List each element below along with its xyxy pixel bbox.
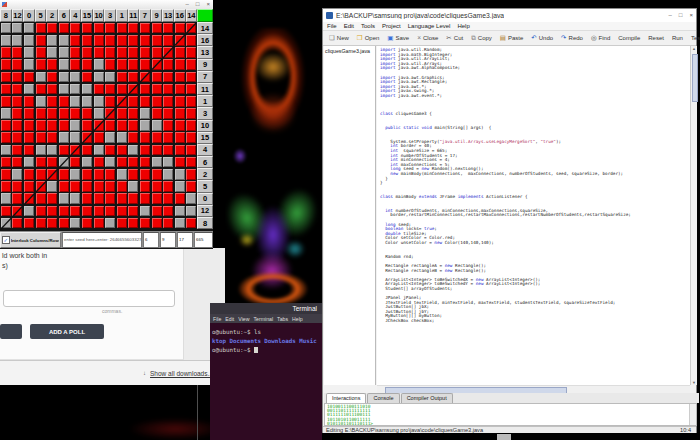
grid-cell-r2-c8[interactable] [94,47,104,58]
grid-cell-r3-c13[interactable] [152,59,162,70]
grid-cell-r8-c6[interactable] [70,120,80,131]
grid-cell-r10-c0[interactable] [1,145,11,156]
grid-cell-r15-c14[interactable] [163,206,173,217]
grid-cell-r1-c2[interactable] [24,35,34,46]
grid-cell-r14-c12[interactable] [140,193,150,204]
grid-cell-r15-c11[interactable] [128,206,138,217]
grid-cell-r11-c1[interactable] [12,157,22,168]
ide-menu-edit[interactable]: Edit [344,23,354,29]
grid-cell-r0-c0[interactable] [1,23,11,34]
grid-cell-r4-c4[interactable] [47,72,57,83]
grid-cell-r8-c10[interactable] [117,120,127,131]
grid-cell-r16-c14[interactable] [163,218,173,229]
grid-cell-r15-c8[interactable] [94,206,104,217]
grid-cell-r1-c8[interactable] [94,35,104,46]
column-header-0[interactable]: 0 [23,9,35,22]
toolbar-button-copy[interactable]: ⧉Copy [467,35,496,42]
grid-cell-r16-c5[interactable] [59,218,69,229]
row-header-3[interactable]: 3 [197,107,213,119]
grid-cell-r7-c0[interactable] [1,108,11,119]
grid-cell-r10-c2[interactable] [24,145,34,156]
grid-cell-r0-c6[interactable] [70,23,80,34]
ide-menu-help[interactable]: Help [457,23,469,29]
grid-cell-r4-c2[interactable] [24,72,34,83]
grid-cell-r9-c6[interactable] [70,132,80,143]
grid-cell-r2-c2[interactable] [24,47,34,58]
grid-cell-r13-c3[interactable] [36,181,46,192]
grid-cell-r4-c5[interactable] [59,72,69,83]
row-header-15[interactable]: 15 [197,132,213,144]
grid-cell-r5-c14[interactable] [163,84,173,95]
grid-cell-r9-c12[interactable] [140,132,150,143]
grid-cell-r0-c13[interactable] [152,23,162,34]
grid-cell-r6-c1[interactable] [12,96,22,107]
grid-cell-r1-c10[interactable] [117,35,127,46]
grid-cell-r11-c0[interactable] [1,157,11,168]
grid-cell-r12-c3[interactable] [36,169,46,180]
grid-cell-r11-c11[interactable] [128,157,138,168]
grid-cell-r13-c8[interactable] [94,181,104,192]
toolbar-button-open[interactable]: ❐Open [353,35,384,42]
interlock-checkbox-group[interactable]: ✓ Interlock Columns/Rows [0,232,61,248]
grid-cell-r3-c2[interactable] [24,59,34,70]
grid-cell-r2-c10[interactable] [117,47,127,58]
grid-cell-r13-c13[interactable] [152,181,162,192]
grid-cell-r15-c16[interactable] [186,206,196,217]
scrollbar-thumb[interactable] [692,54,698,102]
grid-cell-r3-c15[interactable] [175,59,185,70]
grid-cell-r2-c13[interactable] [152,47,162,58]
terminal-menu-terminal[interactable]: Terminal [253,316,273,322]
grid-cell-r8-c4[interactable] [47,120,57,131]
column-header-7[interactable]: 7 [139,9,151,22]
grid-cell-r6-c11[interactable] [128,96,138,107]
grid-cell-r4-c12[interactable] [140,72,150,83]
grid-cell-r11-c7[interactable] [82,157,92,168]
grid-cell-r6-c4[interactable] [47,96,57,107]
grid-cell-r6-c16[interactable] [186,96,196,107]
grid-cell-r9-c15[interactable] [175,132,185,143]
row-header-8[interactable]: 8 [197,217,213,229]
grid-cell-r5-c12[interactable] [140,84,150,95]
grid-cell-r12-c16[interactable] [186,169,196,180]
grid-cell-r10-c6[interactable] [70,145,80,156]
grid-cell-r10-c1[interactable] [12,145,22,156]
grid-cell-r13-c10[interactable] [117,181,127,192]
grid-cell-r10-c3[interactable] [36,145,46,156]
grid-cell-r7-c2[interactable] [24,108,34,119]
grid-cell-r7-c13[interactable] [152,108,162,119]
grid-cell-r2-c14[interactable] [163,47,173,58]
grid-cell-r10-c16[interactable] [186,145,196,156]
grid-cell-r9-c4[interactable] [47,132,57,143]
grid-cell-r3-c7[interactable] [82,59,92,70]
grid-cell-r11-c14[interactable] [163,157,173,168]
grid-cell-r5-c13[interactable] [152,84,162,95]
grid-cell-r9-c13[interactable] [152,132,162,143]
grid-cell-r16-c0[interactable] [1,218,11,229]
grid-cell-r4-c15[interactable] [175,72,185,83]
grid-cell-r15-c3[interactable] [36,206,46,217]
grid-cell-r14-c13[interactable] [152,193,162,204]
grid-cell-r16-c16[interactable] [186,218,196,229]
grid-cell-r0-c15[interactable] [175,23,185,34]
square-size-field[interactable]: 665 [194,232,213,248]
grid-cell-r1-c0[interactable] [1,35,11,46]
grid-cell-r16-c15[interactable] [175,218,185,229]
tab-interactions[interactable]: Interactions [326,393,366,403]
grid-cell-r2-c6[interactable] [70,47,80,58]
minimize-icon[interactable]: – [669,11,672,20]
grid-cell-r10-c4[interactable] [47,145,57,156]
grid-cell-r9-c5[interactable] [59,132,69,143]
column-header-16[interactable]: 16 [174,9,186,22]
grid-cell-r10-c12[interactable] [140,145,150,156]
grid-cell-r4-c8[interactable] [94,72,104,83]
grid-cell-r14-c7[interactable] [82,193,92,204]
grid-cell-r14-c15[interactable] [175,193,185,204]
column-header-15[interactable]: 15 [81,9,93,22]
grid-cell-r15-c12[interactable] [140,206,150,217]
min-connections-field[interactable]: 6 [143,232,159,248]
grid-cell-r7-c3[interactable] [36,108,46,119]
column-header-14[interactable]: 14 [186,9,198,22]
grid-cell-r5-c11[interactable] [128,84,138,95]
grid-cell-r14-c16[interactable] [186,193,196,204]
grid-cell-r16-c2[interactable] [24,218,34,229]
